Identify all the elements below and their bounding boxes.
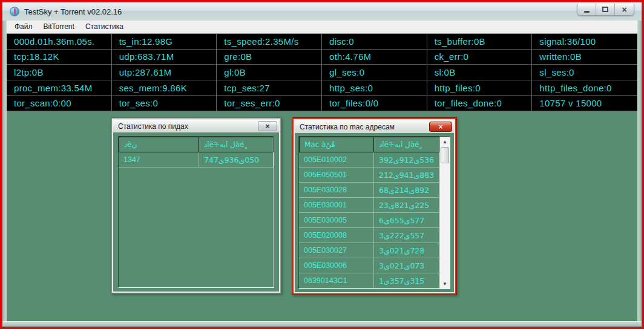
mac-cell-address: 005E050501 (299, 168, 374, 183)
mac-stats-window: Статистика по mac адресам × Mac àنًهٌ (292, 117, 457, 295)
menu-item-file[interactable]: Файл (9, 21, 38, 33)
maximize-button[interactable] (596, 4, 615, 15)
close-icon: × (265, 122, 269, 131)
mac-window-close-button[interactable]: × (429, 122, 452, 132)
stats-cell-utp: utp:287.61M (112, 65, 217, 80)
client-area: 000d.01h.36m.05s. ts_in:12.98G ts_speed:… (7, 33, 637, 321)
app-window: TestSky + Torrent v02.02.16 × Файл BitTo… (2, 2, 642, 327)
up-arrow-icon: ▲ (442, 139, 447, 145)
vertical-scrollbar[interactable]: ▲ ▼ (439, 137, 450, 288)
stats-cell-udp: udp:683.71M (112, 50, 217, 65)
caption-buttons: × (577, 4, 634, 16)
stats-cell-tor-ses: tor_ses:0 (112, 96, 217, 111)
menu-item-statistics[interactable]: Статистика (80, 21, 129, 33)
stats-table: 000d.01h.36m.05s. ts_in:12.98G ts_speed:… (7, 34, 637, 112)
menu-item-bittorrent[interactable]: BitTorrent (38, 21, 80, 33)
scrollbar-thumb[interactable] (441, 147, 449, 163)
minimize-icon (584, 11, 590, 13)
table-row[interactable]: 1347 747ى936ى050 (119, 152, 274, 168)
close-icon: × (438, 123, 442, 131)
stats-cell-proc-mem: proc_mem:33.54M (7, 80, 112, 96)
stats-cell-tor-ses-err: tor_ses_err:0 (217, 96, 322, 111)
stats-cell-ck-err: ck_err:0 (427, 50, 533, 65)
stats-cell-gl: gl:0B (217, 65, 322, 80)
stats-cell-http-files: http_files:0 (427, 80, 533, 96)
mac-cell-bytes: 392ى912ى536 (374, 152, 439, 168)
mac-cell-address: 005E030006 (299, 258, 374, 273)
mac-table: Mac àنًهٌ دîëَ÷هيî لàéٍ 005E010002 392ى9… (298, 136, 450, 289)
stats-cell-gre: gre:0B (217, 50, 322, 65)
restore-icon (602, 7, 608, 12)
peers-table: دèن دîëَ÷هيî لàéٍ 1347 747ى936ى050 (118, 136, 274, 288)
peers-column-header-pid[interactable]: دèن (119, 137, 199, 152)
mac-cell-bytes: 1ى357ى315 (374, 273, 439, 288)
peers-table-header: دèن دîëَ÷هيî لàéٍ (119, 137, 274, 152)
scrollbar-track[interactable] (440, 163, 450, 279)
stats-cell-ses-mem: ses_mem:9.86K (112, 80, 217, 96)
stats-cell-ts-speed: ts_speed:2.35M/s (217, 34, 322, 50)
mac-cell-bytes: 3ى222ى557 (374, 228, 439, 243)
mac-cell-bytes: 3ى021ى728 (374, 243, 439, 258)
stats-cell-disc: disc:0 (322, 34, 427, 50)
table-row[interactable]: 005E030005 6ى655ى577 (299, 213, 439, 228)
stats-cell-l2tp: l2tp:0B (7, 65, 112, 80)
table-row[interactable]: 005E030001 23ى821ى225 (299, 198, 439, 213)
mac-cell-address: 06390143C1 (299, 273, 374, 288)
stats-cell-ts-in: ts_in:12.98G (112, 34, 217, 50)
table-row[interactable]: 005E020008 3ى222ى557 (299, 228, 439, 243)
stats-cell-written: written:0B (532, 50, 637, 65)
mac-column-header-bytes[interactable]: دîëَ÷هيî لàéٍ (373, 137, 439, 152)
app-icon (10, 7, 19, 16)
peers-stats-window: Статистика по пидах × دèن (111, 117, 281, 294)
stats-cell-sl: sl:0B (427, 65, 533, 80)
stats-cell-tor-files-done: tor_files_done:0 (427, 96, 533, 111)
table-row[interactable]: 005E010002 392ى912ى536 (299, 152, 439, 168)
screenshot-annotation-border: TestSky + Torrent v02.02.16 × Файл BitTo… (0, 0, 644, 329)
stats-cell-tor-files: tor_files:0/0 (322, 96, 427, 111)
scroll-down-button[interactable]: ▼ (440, 279, 450, 288)
stats-cell-version: 10757 v 15000 (532, 96, 637, 111)
mac-window-titlebar[interactable]: Статистика по mac адресам × (295, 120, 454, 133)
mac-cell-address: 005E020008 (299, 228, 374, 243)
table-row[interactable]: 005E030028 68ى214ى892 (299, 183, 439, 198)
stats-cell-signal: signal:36/100 (532, 34, 637, 50)
stats-cell-ts-buffer: ts_buffer:0B (427, 34, 533, 50)
mac-window-client: Mac àنًهٌ دîëَ÷هيî لàéٍ 005E010002 392ى9… (295, 133, 454, 292)
peers-window-titlebar[interactable]: Статистика по пидах × (113, 120, 279, 132)
table-row[interactable]: 005E050501 212ى941ى883 (299, 168, 439, 183)
close-icon: × (622, 5, 626, 14)
mac-cell-bytes: 23ى821ى225 (374, 198, 439, 213)
mac-cell-address: 005E030001 (299, 198, 374, 213)
window-titlebar[interactable]: TestSky + Torrent v02.02.16 × (2, 2, 642, 21)
mac-cell-bytes: 3ى021ى073 (374, 258, 439, 273)
mac-cell-address: 005E030027 (299, 243, 374, 258)
minimize-button[interactable] (577, 4, 596, 15)
menubar: Файл BitTorrent Статистика (7, 21, 637, 33)
table-row[interactable]: 06390143C1 1ى357ى315 (299, 273, 439, 288)
stats-cell-uptime: 000d.01h.36m.05s. (7, 34, 112, 50)
stats-cell-http-files-done: http_files_done:0 (532, 80, 637, 96)
peers-window-close-button[interactable]: × (258, 121, 277, 131)
mac-cell-bytes: 6ى655ى577 (374, 213, 439, 228)
down-arrow-icon: ▼ (442, 281, 447, 287)
peers-window-client: دèن دîëَ÷هيî لàéٍ 1347 747ى936ى050 (113, 132, 279, 292)
mac-table-header: Mac àنًهٌ دîëَ÷هيî لàéٍ (299, 137, 439, 152)
table-row[interactable]: 005E030006 3ى021ى073 (299, 258, 439, 273)
stats-cell-gl-ses: gl_ses:0 (322, 65, 427, 80)
stats-cell-sl-ses: sl_ses:0 (532, 65, 637, 80)
table-row[interactable]: 005E030027 3ى021ى728 (299, 243, 439, 258)
peers-cell-bytes: 747ى936ى050 (199, 152, 274, 168)
peers-window-title: Статистика по пидах (118, 122, 188, 131)
mac-column-header-address[interactable]: Mac àنًهٌ (299, 137, 374, 152)
peers-column-header-bytes[interactable]: دîëَ÷هيî لàéٍ (199, 137, 274, 152)
window-title: TestSky + Torrent v02.02.16 (24, 7, 122, 16)
mac-cell-bytes: 68ى214ى892 (374, 183, 439, 198)
peers-cell-pid: 1347 (119, 152, 199, 168)
mac-window-title: Статистика по mac адресам (300, 123, 395, 131)
stats-cell-http-ses: http_ses:0 (322, 80, 427, 96)
scroll-up-button[interactable]: ▲ (440, 137, 450, 146)
close-button[interactable]: × (615, 4, 634, 15)
stats-cell-tcp-ses: tcp_ses:27 (217, 80, 322, 96)
window-frame-sides: Файл BitTorrent Статистика 000d.01h.36m.… (2, 21, 642, 321)
stats-cell-tor-scan: tor_scan:0:00 (7, 96, 112, 111)
